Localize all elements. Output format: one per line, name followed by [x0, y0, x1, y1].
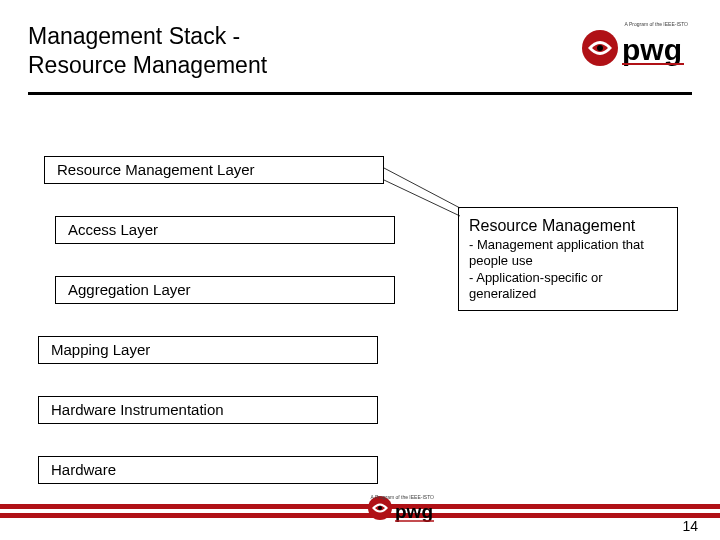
layer-aggregation: Aggregation Layer: [55, 276, 395, 304]
layer-hardware-instrumentation: Hardware Instrumentation: [38, 396, 378, 424]
logo-tagline-bottom: A Program of the IEEE-ISTO: [370, 494, 434, 500]
footer-stripe: [0, 509, 720, 513]
svg-point-6: [378, 506, 382, 510]
title-underline: [28, 92, 692, 95]
logo-text-bottom: pwg: [395, 501, 433, 522]
callout-resource-management: Resource Management - Management applica…: [458, 207, 678, 311]
layer-hardware: Hardware: [38, 456, 378, 484]
layer-resource-management: Resource Management Layer: [44, 156, 384, 184]
svg-point-1: [597, 45, 603, 51]
pwg-logo-bottom: pwg A Program of the IEEE-ISTO: [368, 492, 438, 526]
layer-mapping: Mapping Layer: [38, 336, 378, 364]
svg-line-3: [384, 168, 460, 208]
layer-access: Access Layer: [55, 216, 395, 244]
page-number: 14: [682, 518, 698, 534]
logo-text-top: pwg: [622, 33, 682, 66]
pwg-logo-top: A Program of the IEEE-ISTO pwg: [580, 18, 690, 70]
callout-line1: - Management application that people use: [469, 237, 667, 268]
footer-bar: [0, 504, 720, 518]
callout-line2: - Application-specific or generalized: [469, 270, 667, 301]
callout-title: Resource Management: [469, 216, 667, 235]
logo-tagline-top: A Program of the IEEE-ISTO: [624, 21, 688, 27]
svg-line-4: [384, 180, 460, 216]
